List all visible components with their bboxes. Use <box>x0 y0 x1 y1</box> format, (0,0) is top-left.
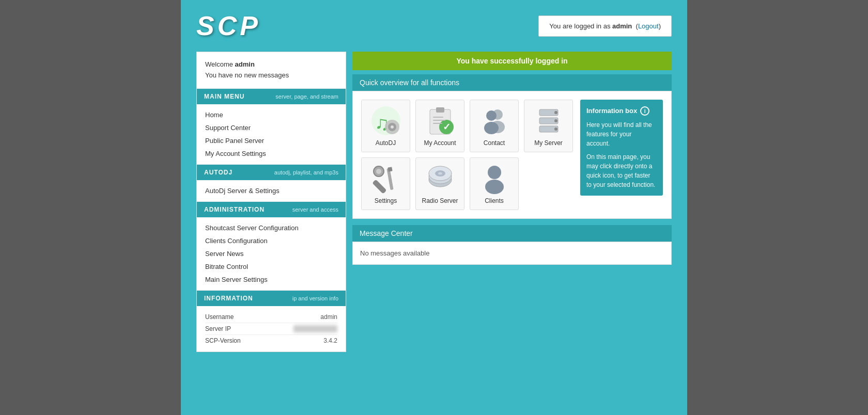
icon-autodj[interactable]: ♫ AutoDJ <box>361 100 410 152</box>
svg-point-32 <box>488 166 501 179</box>
overview-header: Quick overview for all functions <box>352 74 672 91</box>
icon-contact[interactable]: Contact <box>470 100 519 152</box>
menu-support[interactable]: Support Center <box>197 121 346 134</box>
header: SCP You are logged in as admin (Logout) <box>181 0 687 52</box>
svg-rect-22 <box>372 179 386 194</box>
menu-bitrate-control[interactable]: Bitrate Control <box>197 260 346 273</box>
clients-icon <box>479 163 510 194</box>
icon-account[interactable]: ✓ My Account <box>415 100 464 152</box>
account-icon: ✓ <box>425 105 456 136</box>
menu-shoutcast-config[interactable]: Shoutcast Server Configuration <box>197 221 346 234</box>
admin-menu: Shoutcast Server Configuration Clients C… <box>197 217 346 291</box>
welcome-username: admin <box>235 60 255 68</box>
autodj-icon: ♫ <box>370 105 401 136</box>
message-center-header: Message Center <box>352 225 672 242</box>
icon-clients[interactable]: Clients <box>470 157 519 210</box>
sidebar: Welcome admin You have no new messages M… <box>196 52 346 352</box>
menu-public-panel[interactable]: Public Panel Server <box>197 134 346 147</box>
success-bar: You have successfully logged in <box>352 52 672 70</box>
serverip-value: ██████████ <box>293 325 337 332</box>
autodj-title: AUTODJ <box>204 169 233 176</box>
info-subtitle: ip and version info <box>292 295 338 301</box>
icon-radioserver[interactable]: Radio Server <box>415 157 464 210</box>
server-label: My Server <box>534 139 563 147</box>
admin-title: ADMINISTRATION <box>204 206 265 213</box>
welcome-prefix: Welcome <box>205 60 235 68</box>
svg-rect-6 <box>436 107 444 113</box>
login-status-box: You are logged in as admin (Logout) <box>538 15 672 37</box>
menu-server-settings[interactable]: Main Server Settings <box>197 273 346 286</box>
message-center-body: No messages available <box>352 242 672 265</box>
info-box-text1: Here you will find all the features for … <box>586 120 657 148</box>
svg-rect-26 <box>388 167 392 171</box>
autodj-menu: AutoDj Server & Settings <box>197 180 346 202</box>
autodj-header: AUTODJ autodj, playlist, and mp3s <box>197 165 346 180</box>
svg-point-33 <box>485 180 504 194</box>
info-row-username: Username admin <box>205 311 337 323</box>
svg-rect-25 <box>386 168 393 190</box>
logged-in-username: admin <box>612 22 632 30</box>
info-header: INFORMATION ip and version info <box>197 291 346 306</box>
username-label: Username <box>205 313 234 321</box>
info-icon: i <box>640 106 649 116</box>
clients-label: Clients <box>485 197 504 204</box>
svg-point-4 <box>391 125 394 129</box>
icon-settings[interactable]: Settings <box>361 157 410 210</box>
version-label: SCP-Version <box>205 337 241 344</box>
autodj-subtitle: autodj, playlist, and mp3s <box>274 169 338 175</box>
server-icon <box>533 105 564 136</box>
svg-point-21 <box>554 127 557 131</box>
svg-point-15 <box>484 122 499 134</box>
serverip-label: Server IP <box>205 325 231 332</box>
svg-point-24 <box>376 169 381 174</box>
menu-autodj-settings[interactable]: AutoDj Server & Settings <box>197 184 346 197</box>
svg-text:✓: ✓ <box>443 122 451 132</box>
username-value: admin <box>320 313 337 321</box>
login-text: You are logged in as <box>549 22 612 30</box>
svg-point-17 <box>554 111 557 114</box>
main-menu-subtitle: server, page, and stream <box>275 93 338 100</box>
menu-home[interactable]: Home <box>197 108 346 121</box>
svg-rect-9 <box>433 117 443 118</box>
main-menu: Home Support Center Public Panel Server … <box>197 104 346 165</box>
info-table: Username admin Server IP ██████████ SCP-… <box>197 306 346 352</box>
svg-point-14 <box>486 110 497 121</box>
menu-account-settings[interactable]: My Account Settings <box>197 147 346 160</box>
admin-header: ADMINISTRATION server and access <box>197 202 346 217</box>
info-row-version: SCP-Version 3.4.2 <box>205 335 337 346</box>
menu-server-news[interactable]: Server News <box>197 247 346 260</box>
main-wrapper: SCP You are logged in as admin (Logout) … <box>181 0 687 415</box>
svg-rect-11 <box>433 123 442 124</box>
version-value: 3.4.2 <box>323 337 337 344</box>
radioserver-icon <box>425 163 456 194</box>
icons-grid: ♫ AutoDJ <box>361 100 575 210</box>
menu-clients-config[interactable]: Clients Configuration <box>197 234 346 247</box>
logo: SCP <box>196 10 261 41</box>
admin-subtitle: server and access <box>292 206 338 213</box>
main-menu-header: MAIN MENU server, page, and stream <box>197 89 346 104</box>
icons-section: ♫ AutoDJ <box>352 91 672 219</box>
welcome-box: Welcome admin You have no new messages <box>197 52 346 89</box>
content-area: Welcome admin You have no new messages M… <box>181 52 687 368</box>
svg-rect-10 <box>433 120 445 121</box>
radioserver-label: Radio Server <box>422 197 458 204</box>
contact-label: Contact <box>484 139 505 147</box>
settings-label: Settings <box>375 197 397 204</box>
main-content: You have successfully logged in Quick ov… <box>352 52 672 352</box>
no-messages-text: No messages available <box>360 249 429 257</box>
autodj-label: AutoDJ <box>376 139 396 147</box>
contact-icon <box>479 105 510 136</box>
info-title: INFORMATION <box>204 295 253 302</box>
settings-icon <box>370 163 401 194</box>
info-box-title: Information box i <box>586 106 657 116</box>
welcome-messages: You have no new messages <box>205 71 289 79</box>
info-row-serverip: Server IP ██████████ <box>205 323 337 335</box>
svg-point-31 <box>438 172 442 175</box>
info-box-text2: On this main page, you may click directl… <box>586 152 657 189</box>
logout-link[interactable]: Logout <box>638 22 659 30</box>
info-box: Information box i Here you will find all… <box>580 100 663 196</box>
svg-point-19 <box>554 119 557 122</box>
icon-server[interactable]: My Server <box>524 100 573 152</box>
main-menu-title: MAIN MENU <box>204 93 244 100</box>
account-label: My Account <box>424 139 456 147</box>
